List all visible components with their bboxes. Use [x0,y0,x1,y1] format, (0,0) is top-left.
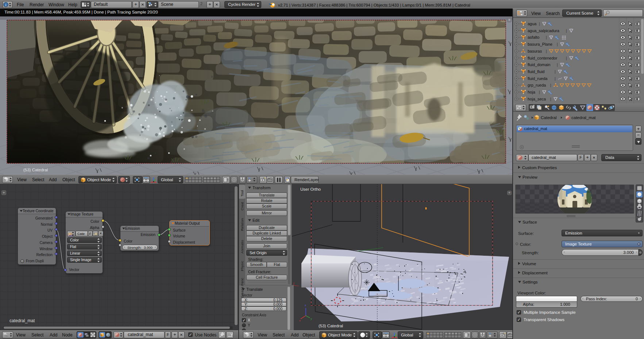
svg-text:hoja_seca: hoja_seca [528,97,546,101]
svg-text:fluid_contenedor: fluid_contenedor [528,56,558,60]
svg-text:|: | [546,49,547,53]
svg-text:catedral_mat: catedral_mat [571,115,596,120]
svg-text:asfalto: asfalto [528,35,539,39]
svg-text:|: | [546,35,547,39]
svg-text:agua: agua [528,22,537,26]
svg-text:|: | [539,90,540,94]
svg-text:|: | [566,56,567,60]
svg-text:|: | [555,77,556,81]
svg-text:|: | [539,22,540,26]
svg-text:|: | [557,42,558,46]
svg-text:basura_Plane: basura_Plane [528,42,552,46]
svg-text:x: x [299,319,301,322]
svg-text:agua_salpicadura: agua_salpicadura [528,28,560,33]
svg-text:fluid_fluid: fluid_fluid [528,69,544,74]
svg-text:i: i [5,3,7,7]
svg-text:y: y [311,317,312,320]
svg-text:|: | [566,29,567,33]
svg-text:fluid_domain: fluid_domain [528,62,550,67]
svg-text:Catedral: Catedral [541,115,556,120]
svg-text:hoja: hoja [528,90,536,94]
svg-text:basuras: basuras [528,49,542,53]
svg-text:|: | [550,97,551,101]
svg-text:grp_rueda: grp_rueda [528,83,546,87]
svg-text:|: | [555,70,556,74]
svg-text:|: | [557,63,558,67]
svg-text:z: z [305,304,306,307]
svg-text:fluid_rueda: fluid_rueda [528,76,548,81]
svg-text:|: | [550,83,551,87]
